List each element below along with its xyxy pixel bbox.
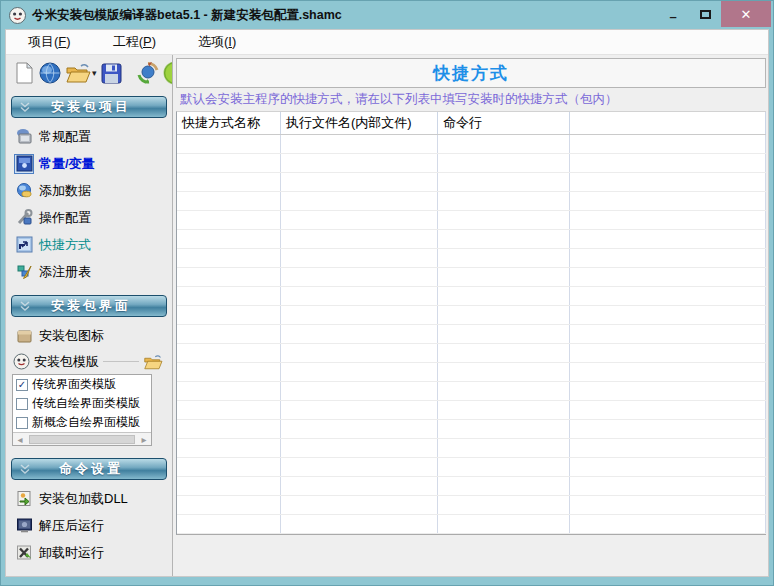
table-cell[interactable] (281, 515, 438, 533)
table-cell[interactable] (177, 192, 281, 210)
table-row[interactable] (177, 363, 766, 382)
table-row[interactable] (177, 135, 766, 154)
table-cell[interactable] (281, 287, 438, 305)
sidebar-item-run-on-uninstall[interactable]: 卸载时运行 (9, 539, 169, 566)
table-cell[interactable] (177, 382, 281, 400)
table-cell[interactable] (438, 439, 570, 457)
table-row[interactable] (177, 325, 766, 344)
table-cell[interactable] (177, 496, 281, 514)
sidebar-item-shortcuts[interactable]: 快捷方式 (9, 231, 169, 258)
table-row[interactable] (177, 287, 766, 306)
section-header-command-settings[interactable]: 命令设置 (11, 458, 167, 480)
sidebar-item-operations-config[interactable]: 操作配置 (9, 204, 169, 231)
table-cell[interactable] (281, 401, 438, 419)
table-cell[interactable] (281, 154, 438, 172)
table-row[interactable] (177, 211, 766, 230)
table-cell[interactable] (177, 439, 281, 457)
table-cell[interactable] (177, 230, 281, 248)
table-cell[interactable] (438, 420, 570, 438)
table-cell[interactable] (177, 249, 281, 267)
table-cell[interactable] (570, 230, 766, 248)
checkbox-icon[interactable]: ✓ (16, 379, 28, 391)
template-option-classic[interactable]: ✓ 传统界面类模版 (13, 375, 151, 394)
sidebar-item-general-config[interactable]: 常规配置 (9, 123, 169, 150)
table-cell[interactable] (177, 420, 281, 438)
table-cell[interactable] (281, 420, 438, 438)
table-cell[interactable] (177, 515, 281, 533)
compile-button[interactable] (136, 60, 160, 86)
table-cell[interactable] (438, 515, 570, 533)
table-cell[interactable] (438, 135, 570, 153)
table-cell[interactable] (438, 344, 570, 362)
table-cell[interactable] (281, 135, 438, 153)
table-cell[interactable] (281, 173, 438, 191)
table-cell[interactable] (281, 268, 438, 286)
checkbox-icon[interactable]: ✓ (16, 417, 28, 429)
table-row[interactable] (177, 515, 766, 534)
horizontal-scrollbar[interactable]: ◂ ▸ (13, 432, 151, 445)
table-row[interactable] (177, 173, 766, 192)
table-cell[interactable] (438, 287, 570, 305)
table-row[interactable] (177, 458, 766, 477)
table-row[interactable] (177, 382, 766, 401)
folder-icon[interactable] (143, 353, 163, 371)
table-row[interactable] (177, 496, 766, 515)
table-row[interactable] (177, 154, 766, 173)
table-row[interactable] (177, 439, 766, 458)
sidebar-item-load-dll[interactable]: 安装包加载DLL (9, 485, 169, 512)
table-cell[interactable] (438, 458, 570, 476)
save-button[interactable] (100, 60, 123, 86)
scroll-left-icon[interactable]: ◂ (13, 434, 27, 445)
table-cell[interactable] (570, 420, 766, 438)
new-file-button[interactable] (13, 60, 35, 86)
table-cell[interactable] (177, 268, 281, 286)
table-row[interactable] (177, 306, 766, 325)
table-row[interactable] (177, 268, 766, 287)
template-option-classic-custom[interactable]: ✓ 传统自绘界面类模版 (13, 394, 151, 413)
table-cell[interactable] (177, 287, 281, 305)
sidebar-item-run-after-extract[interactable]: 解压后运行 (9, 512, 169, 539)
table-cell[interactable] (281, 325, 438, 343)
titlebar[interactable]: 兮米安装包模版编译器beta5.1 - 新建安装包配置.shamc – ✕ (1, 1, 773, 29)
table-cell[interactable] (281, 496, 438, 514)
table-row[interactable] (177, 344, 766, 363)
table-cell[interactable] (177, 211, 281, 229)
table-cell[interactable] (281, 477, 438, 495)
open-dropdown-arrow-icon[interactable]: ▾ (92, 68, 97, 78)
table-cell[interactable] (570, 325, 766, 343)
table-cell[interactable] (570, 344, 766, 362)
column-header-extra[interactable] (570, 112, 766, 134)
maximize-button[interactable] (689, 1, 721, 27)
table-cell[interactable] (281, 211, 438, 229)
table-cell[interactable] (281, 306, 438, 324)
table-cell[interactable] (438, 496, 570, 514)
table-row[interactable] (177, 420, 766, 439)
table-cell[interactable] (281, 249, 438, 267)
close-button[interactable]: ✕ (721, 1, 771, 27)
table-cell[interactable] (177, 344, 281, 362)
table-cell[interactable] (281, 363, 438, 381)
table-cell[interactable] (570, 135, 766, 153)
table-row[interactable] (177, 230, 766, 249)
table-cell[interactable] (281, 458, 438, 476)
table-cell[interactable] (438, 249, 570, 267)
table-cell[interactable] (281, 382, 438, 400)
table-cell[interactable] (438, 211, 570, 229)
table-cell[interactable] (570, 458, 766, 476)
table-cell[interactable] (570, 477, 766, 495)
table-cell[interactable] (281, 439, 438, 457)
table-cell[interactable] (438, 325, 570, 343)
scroll-right-icon[interactable]: ▸ (137, 434, 151, 445)
minimize-button[interactable]: – (657, 1, 689, 27)
table-cell[interactable] (570, 439, 766, 457)
table-cell[interactable] (570, 287, 766, 305)
column-header-exec-file[interactable]: 执行文件名(内部文件) (281, 112, 438, 134)
table-row[interactable] (177, 249, 766, 268)
template-option-new-concept[interactable]: ✓ 新概念自绘界面模版 (13, 413, 151, 432)
table-cell[interactable] (438, 192, 570, 210)
table-cell[interactable] (570, 268, 766, 286)
table-cell[interactable] (570, 173, 766, 191)
sidebar-item-package-template[interactable]: 安装包模版 (9, 349, 169, 374)
menu-item-engineering[interactable]: 工程(P) (101, 30, 168, 54)
table-cell[interactable] (570, 306, 766, 324)
